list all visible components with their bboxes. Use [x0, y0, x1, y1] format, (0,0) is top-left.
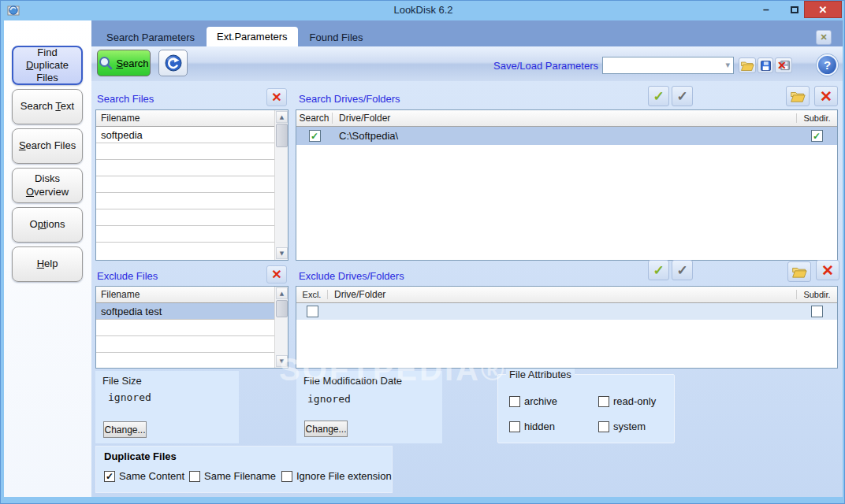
table-row[interactable] [96, 160, 274, 176]
scroll-down-icon[interactable]: ▼ [276, 247, 288, 259]
scroll-down-icon[interactable]: ▼ [276, 355, 288, 367]
file-size-value: ignored [108, 391, 151, 403]
check-icon: ✓ [106, 471, 114, 482]
minimize-button[interactable]: – [754, 1, 778, 18]
remove-folder-button[interactable]: ✕ [814, 86, 838, 106]
table-row[interactable] [296, 303, 837, 320]
excl-checkbox[interactable] [307, 306, 318, 317]
hidden-checkbox[interactable] [509, 421, 520, 432]
tab-search-parameters[interactable]: Search Parameters [96, 28, 205, 46]
sidebar-item-find-duplicate-files[interactable]: Find Duplicate Files [12, 46, 83, 85]
add-folder-button[interactable] [787, 261, 811, 282]
subdir-checkbox[interactable] [811, 306, 823, 317]
column-header-drive-folder: Drive/Folder [328, 289, 796, 300]
column-header-filename: Filename [96, 113, 140, 124]
table-row[interactable] [96, 226, 274, 243]
load-parameters-button[interactable] [739, 57, 756, 73]
parameters-combobox-value [603, 57, 606, 69]
scrollbar[interactable]: ▲ ▼ [274, 287, 288, 368]
scrollbar-thumb[interactable] [276, 300, 288, 317]
open-folder-icon [790, 90, 806, 103]
column-header-search: Search [296, 113, 333, 124]
attribute-option-hidden[interactable]: hidden [509, 421, 555, 432]
column-header-subdir: Subdir. [796, 113, 837, 123]
table-row[interactable] [96, 243, 274, 259]
same-content-checkbox[interactable]: ✓ [104, 471, 115, 482]
sidebar-item-search-files[interactable]: Search Files [12, 128, 83, 164]
maximize-button[interactable] [783, 1, 806, 18]
exclude-files-clear-button[interactable]: ✕ [266, 265, 287, 284]
table-row[interactable] [96, 353, 274, 369]
titlebar: LookDisk 6.2 – ✕ [1, 1, 845, 20]
delete-parameters-button[interactable]: ✕ [775, 57, 792, 73]
sidebar-item-disks-overview[interactable]: Disks Overview [12, 168, 83, 203]
search-files-clear-button[interactable]: ✕ [266, 88, 287, 106]
file-modification-date-title: File Modification Date [303, 375, 402, 387]
option-ignore-file-extension[interactable]: Ignore File extension [281, 470, 392, 482]
close-icon: ✕ [819, 4, 828, 16]
app-window: LookDisk 6.2 – ✕ Find Duplicate Files Se… [0, 0, 845, 504]
option-same-filename[interactable]: Same Filename [189, 470, 276, 482]
search-files-title: Search Files [97, 93, 154, 105]
sidebar-item-label: Disks Overview [14, 172, 80, 198]
check-all-button[interactable]: ✓ [648, 86, 669, 106]
same-filename-checkbox[interactable] [189, 471, 200, 482]
table-row[interactable]: softpedia test [96, 303, 274, 320]
close-button[interactable]: ✕ [804, 1, 842, 18]
table-row[interactable] [96, 193, 274, 209]
exclude-files-title: Exclude Files [97, 270, 158, 282]
remove-folder-button[interactable]: ✕ [816, 260, 839, 280]
add-folder-button[interactable] [786, 86, 810, 106]
check-icon: ✓ [813, 131, 821, 142]
tabstrip-close-button[interactable]: ✕ [816, 30, 832, 45]
table-row[interactable]: softpedia [96, 127, 274, 143]
option-label: Same Filename [204, 470, 276, 482]
sidebar-item-options[interactable]: Options [12, 207, 83, 243]
archive-checkbox[interactable] [509, 396, 520, 407]
table-row[interactable] [96, 320, 274, 336]
scroll-up-icon[interactable]: ▲ [276, 111, 288, 123]
table-row[interactable] [96, 336, 274, 353]
ignore-file-extension-checkbox[interactable] [281, 471, 292, 482]
search-button-label: Search [116, 57, 148, 69]
sidebar-item-help[interactable]: Help [12, 246, 83, 282]
uncheck-all-button[interactable]: ✓ [672, 86, 693, 106]
tab-ext-parameters[interactable]: Ext.Parameters [207, 27, 298, 46]
table-row[interactable] [96, 143, 274, 160]
search-checkbox[interactable]: ✓ [309, 130, 321, 142]
uncheck-all-button[interactable]: ✓ [672, 260, 693, 280]
option-same-content[interactable]: ✓ Same Content [104, 470, 184, 482]
check-icon: ✓ [311, 131, 318, 142]
sidebar-item-label: Help [37, 258, 58, 270]
window-title: LookDisk 6.2 [1, 4, 845, 16]
read-only-checkbox[interactable] [598, 396, 609, 407]
sidebar: Find Duplicate Files Search Text Search … [4, 20, 91, 497]
parameters-combobox[interactable]: ▾ [602, 57, 734, 74]
help-button[interactable]: ? [817, 54, 838, 76]
search-button[interactable]: Search [97, 50, 151, 76]
check-all-button[interactable]: ✓ [648, 260, 669, 280]
exclude-files-table: Filename softpedia test ▲ ▼ [95, 286, 288, 369]
table-row[interactable] [96, 209, 274, 226]
save-parameters-button[interactable] [758, 57, 773, 73]
file-size-change-button[interactable]: Change... [103, 421, 147, 438]
file-modification-date-change-button[interactable]: Change... [304, 421, 348, 437]
attribute-option-read-only[interactable]: read-only [598, 395, 656, 407]
exclude-drives-title: Exclude Drives/Folders [299, 270, 404, 282]
table-row[interactable]: ✓ C:\Softpedia\ ✓ [296, 127, 837, 145]
red-x-icon: ✕ [271, 267, 281, 282]
attribute-label: hidden [524, 421, 555, 432]
duplicate-files-panel: Duplicate Files ✓ Same Content Same File… [95, 446, 393, 493]
subdir-checkbox[interactable]: ✓ [811, 130, 823, 142]
scrollbar[interactable]: ▲ ▼ [274, 110, 288, 260]
table-row[interactable] [96, 176, 274, 193]
tab-found-files[interactable]: Found Files [300, 28, 374, 46]
close-icon: ✕ [820, 32, 827, 43]
sidebar-item-search-text[interactable]: Search Text [12, 89, 83, 124]
reset-button[interactable] [158, 50, 188, 76]
scroll-up-icon[interactable]: ▲ [276, 287, 288, 299]
scrollbar-thumb[interactable] [276, 124, 288, 147]
system-checkbox[interactable] [598, 421, 609, 432]
attribute-option-system[interactable]: system [598, 421, 646, 432]
attribute-option-archive[interactable]: archive [509, 395, 557, 407]
